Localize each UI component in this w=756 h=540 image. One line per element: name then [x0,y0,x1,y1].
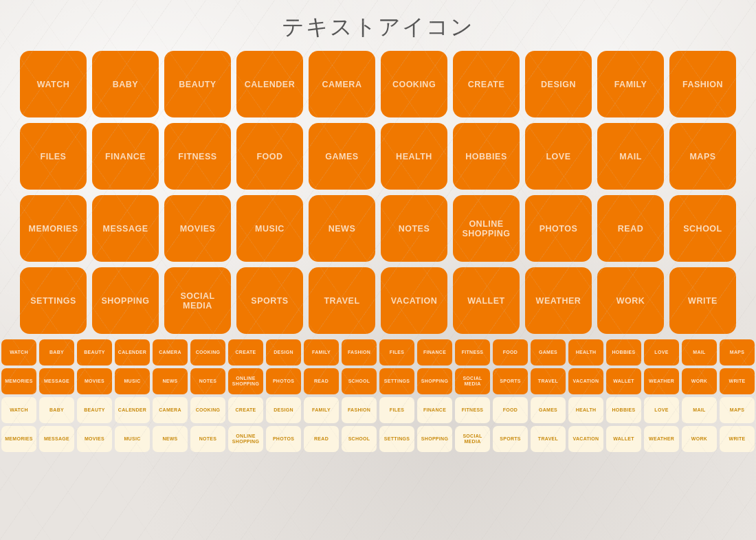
small-tile-family[interactable]: FAMILY [304,397,339,423]
small-tile-write[interactable]: WRITE [720,426,755,452]
large-tile-social-media[interactable]: SOCIAL MEDIA [164,267,231,334]
large-tile-movies[interactable]: MOVIES [164,195,231,262]
small-tile-music[interactable]: MUSIC [115,426,150,452]
large-tile-weather[interactable]: WEATHER [525,267,592,334]
small-tile-vacation[interactable]: VACATION [568,426,603,452]
small-tile-sports[interactable]: SPORTS [493,368,528,394]
small-tile-camera[interactable]: CAMERA [153,339,188,365]
large-tile-calender[interactable]: CALENDER [236,51,303,117]
small-tile-beauty[interactable]: BEAUTY [77,397,112,423]
large-tile-love[interactable]: LOVE [525,123,592,190]
small-tile-food[interactable]: FOOD [493,339,528,365]
small-tile-school[interactable]: SCHOOL [342,426,377,452]
large-tile-settings[interactable]: SETTINGS [20,267,87,334]
small-tile-maps[interactable]: MAPS [720,397,755,423]
large-tile-games[interactable]: GAMES [309,123,375,190]
small-tile-design[interactable]: DESIGN [266,397,301,423]
small-tile-travel[interactable]: TRAVEL [531,426,566,452]
large-tile-shopping[interactable]: SHOPPING [92,267,159,334]
small-tile-games[interactable]: GAMES [531,397,566,423]
small-tile-cooking[interactable]: COOKING [190,339,225,365]
small-tile-love[interactable]: LOVE [644,339,679,365]
small-tile-settings[interactable]: SETTINGS [379,368,414,394]
small-tile-message[interactable]: MESSAGE [39,368,74,394]
small-tile-finance[interactable]: FINANCE [417,397,452,423]
small-tile-online-shopping[interactable]: ONLINE SHOPPING [228,426,263,452]
small-tile-fitness[interactable]: FITNESS [455,397,490,423]
small-tile-food[interactable]: FOOD [493,397,528,423]
small-tile-weather[interactable]: WEATHER [644,426,679,452]
small-tile-health[interactable]: HEALTH [568,339,603,365]
small-tile-health[interactable]: HEALTH [568,397,603,423]
small-tile-love[interactable]: LOVE [644,397,679,423]
large-tile-food[interactable]: FOOD [236,123,303,190]
small-tile-shopping[interactable]: SHOPPING [417,368,452,394]
small-tile-hobbies[interactable]: HOBBIES [606,339,641,365]
small-tile-family[interactable]: FAMILY [304,339,339,365]
small-tile-settings[interactable]: SETTINGS [379,426,414,452]
small-tile-mail[interactable]: MAIL [682,397,717,423]
large-tile-cooking[interactable]: COOKING [381,51,447,117]
small-tile-hobbies[interactable]: HOBBIES [606,397,641,423]
small-tile-memories[interactable]: MEMORIES [1,368,36,394]
large-tile-write[interactable]: WRITE [669,267,736,334]
small-tile-read[interactable]: READ [304,368,339,394]
small-tile-music[interactable]: MUSIC [115,368,150,394]
small-tile-work[interactable]: WORK [682,426,717,452]
small-tile-write[interactable]: WRITE [720,368,755,394]
small-tile-files[interactable]: FILES [379,397,414,423]
small-tile-camera[interactable]: CAMERA [153,397,188,423]
small-tile-baby[interactable]: BABY [39,397,74,423]
small-tile-watch[interactable]: WATCH [1,339,36,365]
small-tile-baby[interactable]: BABY [39,339,74,365]
small-tile-memories[interactable]: MEMORIES [1,426,36,452]
large-tile-wallet[interactable]: WALLET [453,267,520,334]
small-tile-create[interactable]: CREATE [228,397,263,423]
large-tile-work[interactable]: WORK [597,267,664,334]
small-tile-movies[interactable]: MOVIES [77,426,112,452]
large-tile-school[interactable]: SCHOOL [669,195,736,262]
small-tile-photos[interactable]: PHOTOS [266,368,301,394]
large-tile-notes[interactable]: NOTES [381,195,447,262]
large-tile-vacation[interactable]: VACATION [381,267,447,334]
small-tile-finance[interactable]: FINANCE [417,339,452,365]
large-tile-camera[interactable]: CAMERA [309,51,375,117]
small-tile-design[interactable]: DESIGN [266,339,301,365]
large-tile-read[interactable]: READ [597,195,664,262]
small-tile-mail[interactable]: MAIL [682,339,717,365]
small-tile-message[interactable]: MESSAGE [39,426,74,452]
large-tile-family[interactable]: FAMILY [597,51,664,117]
small-tile-shopping[interactable]: SHOPPING [417,426,452,452]
small-tile-photos[interactable]: PHOTOS [266,426,301,452]
small-tile-fitness[interactable]: FITNESS [455,339,490,365]
small-tile-wallet[interactable]: WALLET [606,426,641,452]
small-tile-work[interactable]: WORK [682,368,717,394]
small-tile-wallet[interactable]: WALLET [606,368,641,394]
large-tile-music[interactable]: MUSIC [236,195,303,262]
large-tile-maps[interactable]: MAPS [669,123,736,190]
small-tile-beauty[interactable]: BEAUTY [77,339,112,365]
small-tile-vacation[interactable]: VACATION [568,368,603,394]
small-tile-online-shopping[interactable]: ONLINE SHOPPING [228,368,263,394]
large-tile-photos[interactable]: PHOTOS [525,195,592,262]
small-tile-news[interactable]: NEWS [153,426,188,452]
large-tile-hobbies[interactable]: HOBBIES [453,123,520,190]
large-tile-sports[interactable]: SPORTS [236,267,303,334]
large-tile-fashion[interactable]: FASHION [669,51,736,117]
small-tile-create[interactable]: CREATE [228,339,263,365]
large-tile-beauty[interactable]: BEAUTY [164,51,231,117]
small-tile-notes[interactable]: NOTES [190,426,225,452]
large-tile-memories[interactable]: MEMORIES [20,195,87,262]
small-tile-weather[interactable]: WEATHER [644,368,679,394]
small-tile-cooking[interactable]: COOKING [190,397,225,423]
small-tile-news[interactable]: NEWS [153,368,188,394]
large-tile-design[interactable]: DESIGN [525,51,592,117]
small-tile-maps[interactable]: MAPS [720,339,755,365]
small-tile-school[interactable]: SCHOOL [342,368,377,394]
large-tile-finance[interactable]: FINANCE [92,123,159,190]
small-tile-movies[interactable]: MOVIES [77,368,112,394]
large-tile-create[interactable]: CREATE [453,51,520,117]
large-tile-watch[interactable]: WATCH [20,51,87,117]
large-tile-travel[interactable]: TRAVEL [309,267,375,334]
large-tile-news[interactable]: NEWS [309,195,375,262]
